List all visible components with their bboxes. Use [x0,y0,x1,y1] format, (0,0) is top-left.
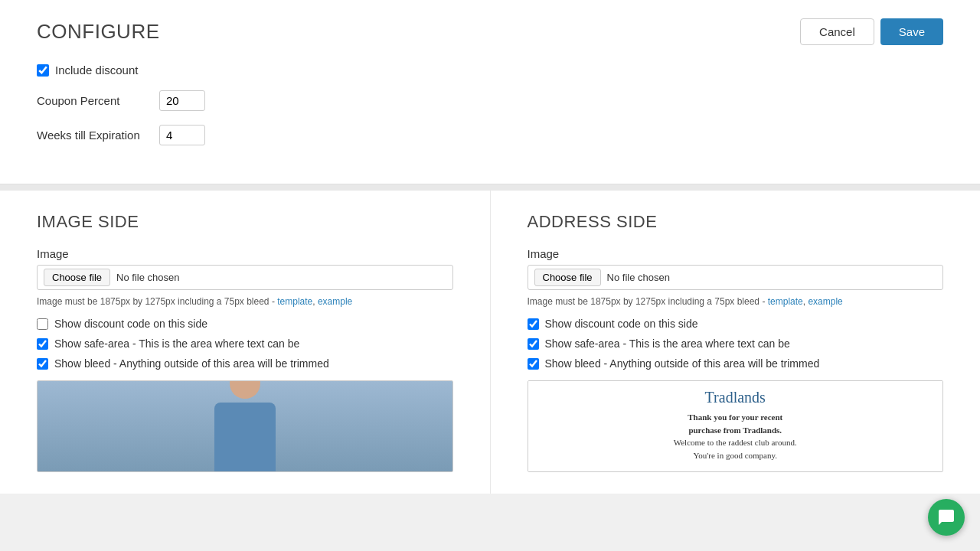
save-button[interactable]: Save [880,18,943,45]
address-side-show-safe-area-checkbox[interactable] [528,338,539,350]
address-side-preview-content: Tradlands Thank you for your recent purc… [528,381,943,471]
address-side-section: ADDRESS SIDE Image Choose file No file c… [490,191,981,494]
address-side-image-label: Image [528,247,944,260]
image-side-section: IMAGE SIDE Image Choose file No file cho… [0,191,490,494]
image-side-show-bleed-label: Show bleed - Anything outside of this ar… [54,357,329,370]
include-discount-checkbox[interactable] [37,64,49,77]
image-side-example-link[interactable]: example [318,296,352,307]
address-side-show-discount-checkbox[interactable] [528,318,539,330]
person-body [214,403,276,471]
image-sections: IMAGE SIDE Image Choose file No file cho… [0,191,980,494]
image-side-choose-file-button[interactable]: Choose file [44,269,110,286]
configure-header: CONFIGURE Cancel Save [37,18,943,45]
address-side-template-link[interactable]: template [768,296,803,307]
include-discount-row: Include discount [37,64,943,77]
address-side-file-input: Choose file No file chosen [528,265,944,290]
image-side-show-discount-row: Show discount code on this side [37,318,453,330]
tradlands-logo: Tradlands [539,389,933,406]
address-side-hint: Image must be 1875px by 1275px including… [528,296,944,307]
image-side-show-bleed-checkbox[interactable] [37,358,48,370]
image-side-title: IMAGE SIDE [37,212,453,232]
address-side-show-safe-area-row: Show safe-area - This is the area where … [528,337,944,350]
address-side-show-discount-label: Show discount code on this side [545,318,698,330]
address-side-show-discount-row: Show discount code on this side [528,318,944,330]
tradlands-preview-text: Thank you for your recent purchase from … [539,411,933,461]
image-side-hint: Image must be 1875px by 1275px including… [37,296,453,307]
image-side-show-discount-label: Show discount code on this side [54,318,207,330]
configure-section: CONFIGURE Cancel Save Include discount C… [0,0,980,184]
address-side-show-bleed-checkbox[interactable] [528,358,539,370]
weeks-expiration-label: Weeks till Expiration [37,129,159,142]
address-side-show-bleed-row: Show bleed - Anything outside of this ar… [528,357,944,370]
image-side-show-safe-area-label: Show safe-area - This is the area where … [54,337,299,350]
image-side-image-label: Image [37,247,453,260]
address-side-title: ADDRESS SIDE [528,212,944,232]
image-side-show-discount-checkbox[interactable] [37,318,48,330]
address-side-no-file-text: No file chosen [607,272,670,283]
image-side-preview-silhouette [38,381,452,471]
address-side-preview: Tradlands Thank you for your recent purc… [528,380,944,472]
weeks-expiration-row: Weeks till Expiration [37,125,943,145]
image-side-show-safe-area-row: Show safe-area - This is the area where … [37,337,453,350]
image-side-no-file-text: No file chosen [116,272,179,283]
image-side-file-input: Choose file No file chosen [37,265,453,290]
image-side-template-link[interactable]: template [277,296,312,307]
address-side-example-link[interactable]: example [808,296,842,307]
address-side-choose-file-button[interactable]: Choose file [534,269,601,286]
coupon-percent-label: Coupon Percent [37,94,159,107]
cancel-button[interactable]: Cancel [800,18,874,45]
image-side-show-bleed-row: Show bleed - Anything outside of this ar… [37,357,453,370]
address-side-show-safe-area-label: Show safe-area - This is the area where … [545,337,790,350]
person-head [230,380,260,399]
coupon-percent-row: Coupon Percent [37,90,943,111]
include-discount-text: Include discount [55,64,138,77]
image-side-show-safe-area-checkbox[interactable] [37,338,48,350]
weeks-expiration-input[interactable] [159,125,205,145]
header-buttons: Cancel Save [800,18,943,45]
page-title: CONFIGURE [37,20,160,44]
coupon-percent-input[interactable] [159,90,205,111]
image-side-preview [37,380,453,472]
section-divider [0,184,980,191]
address-side-show-bleed-label: Show bleed - Anything outside of this ar… [545,357,820,370]
include-discount-label[interactable]: Include discount [37,64,138,77]
